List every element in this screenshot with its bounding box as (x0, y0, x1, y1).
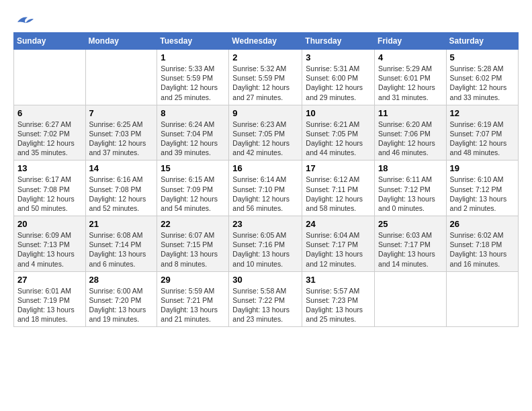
calendar-week-1: 6Sunrise: 6:27 AM Sunset: 7:02 PM Daylig… (14, 105, 519, 161)
calendar-cell: 21Sunrise: 6:08 AM Sunset: 7:14 PM Dayli… (85, 216, 157, 272)
day-number: 1 (161, 52, 225, 62)
day-info: Sunrise: 5:59 AM Sunset: 7:21 PM Dayligh… (161, 286, 225, 324)
calendar-header-row: SundayMondayTuesdayWednesdayThursdayFrid… (14, 33, 519, 50)
day-info: Sunrise: 6:02 AM Sunset: 7:18 PM Dayligh… (450, 230, 515, 269)
day-number: 16 (232, 163, 298, 173)
day-info: Sunrise: 5:57 AM Sunset: 7:23 PM Dayligh… (306, 286, 371, 324)
day-number: 11 (378, 108, 443, 118)
day-info: Sunrise: 6:23 AM Sunset: 7:05 PM Dayligh… (232, 120, 298, 158)
day-info: Sunrise: 5:58 AM Sunset: 7:22 PM Dayligh… (232, 286, 298, 324)
day-number: 14 (89, 163, 154, 173)
calendar-cell: 24Sunrise: 6:04 AM Sunset: 7:17 PM Dayli… (302, 216, 375, 272)
day-info: Sunrise: 6:10 AM Sunset: 7:12 PM Dayligh… (450, 175, 515, 213)
day-info: Sunrise: 6:21 AM Sunset: 7:05 PM Dayligh… (306, 120, 371, 158)
day-info: Sunrise: 6:03 AM Sunset: 7:17 PM Dayligh… (378, 230, 443, 269)
day-header-sunday: Sunday (14, 33, 86, 50)
day-info: Sunrise: 6:04 AM Sunset: 7:17 PM Dayligh… (306, 230, 371, 269)
day-info: Sunrise: 6:08 AM Sunset: 7:14 PM Dayligh… (89, 230, 154, 269)
day-info: Sunrise: 5:33 AM Sunset: 5:59 PM Dayligh… (161, 64, 225, 102)
day-info: Sunrise: 6:19 AM Sunset: 7:07 PM Dayligh… (450, 120, 515, 158)
day-number: 10 (306, 108, 371, 118)
calendar-cell: 7Sunrise: 6:25 AM Sunset: 7:03 PM Daylig… (85, 105, 157, 161)
calendar-cell: 18Sunrise: 6:11 AM Sunset: 7:12 PM Dayli… (375, 161, 447, 216)
calendar-cell: 16Sunrise: 6:14 AM Sunset: 7:10 PM Dayli… (229, 161, 302, 216)
day-info: Sunrise: 6:11 AM Sunset: 7:12 PM Dayligh… (378, 175, 443, 213)
day-info: Sunrise: 6:20 AM Sunset: 7:06 PM Dayligh… (378, 120, 443, 158)
calendar-week-4: 27Sunrise: 6:01 AM Sunset: 7:19 PM Dayli… (14, 271, 519, 327)
logo-icon (13, 13, 34, 27)
day-number: 20 (17, 219, 82, 229)
calendar-cell: 27Sunrise: 6:01 AM Sunset: 7:19 PM Dayli… (14, 271, 86, 327)
day-number: 8 (161, 108, 225, 118)
day-info: Sunrise: 6:14 AM Sunset: 7:10 PM Dayligh… (232, 175, 298, 213)
day-info: Sunrise: 5:29 AM Sunset: 6:01 PM Dayligh… (378, 64, 443, 102)
calendar-cell: 23Sunrise: 6:05 AM Sunset: 7:16 PM Dayli… (229, 216, 302, 272)
day-number: 27 (17, 275, 82, 285)
calendar-cell (14, 50, 86, 105)
day-number: 24 (306, 219, 371, 229)
calendar-cell: 19Sunrise: 6:10 AM Sunset: 7:12 PM Dayli… (446, 161, 518, 216)
day-number: 17 (306, 163, 371, 173)
calendar-cell (85, 50, 157, 105)
calendar-cell (375, 271, 447, 327)
calendar-week-2: 13Sunrise: 6:17 AM Sunset: 7:08 PM Dayli… (14, 161, 519, 216)
day-info: Sunrise: 6:00 AM Sunset: 7:20 PM Dayligh… (89, 286, 154, 324)
calendar-cell: 2Sunrise: 5:32 AM Sunset: 5:59 PM Daylig… (229, 50, 302, 105)
day-info: Sunrise: 6:01 AM Sunset: 7:19 PM Dayligh… (17, 286, 82, 324)
day-info: Sunrise: 6:16 AM Sunset: 7:08 PM Dayligh… (89, 175, 154, 213)
day-number: 23 (232, 219, 298, 229)
calendar-cell: 25Sunrise: 6:03 AM Sunset: 7:17 PM Dayli… (375, 216, 447, 272)
calendar-cell: 10Sunrise: 6:21 AM Sunset: 7:05 PM Dayli… (302, 105, 375, 161)
day-header-monday: Monday (85, 33, 157, 50)
day-info: Sunrise: 6:05 AM Sunset: 7:16 PM Dayligh… (232, 230, 298, 269)
calendar-cell: 31Sunrise: 5:57 AM Sunset: 7:23 PM Dayli… (302, 271, 375, 327)
day-number: 30 (232, 275, 298, 285)
day-header-friday: Friday (375, 33, 447, 50)
calendar-cell: 4Sunrise: 5:29 AM Sunset: 6:01 PM Daylig… (375, 50, 447, 105)
calendar-cell: 12Sunrise: 6:19 AM Sunset: 7:07 PM Dayli… (446, 105, 518, 161)
day-number: 12 (450, 108, 515, 118)
calendar-cell: 3Sunrise: 5:31 AM Sunset: 6:00 PM Daylig… (302, 50, 375, 105)
day-info: Sunrise: 5:28 AM Sunset: 6:02 PM Dayligh… (450, 64, 515, 102)
day-number: 18 (378, 163, 443, 173)
day-number: 9 (232, 108, 298, 118)
day-number: 7 (89, 108, 154, 118)
day-info: Sunrise: 6:12 AM Sunset: 7:11 PM Dayligh… (306, 175, 371, 213)
day-number: 22 (161, 219, 225, 229)
calendar-week-0: 1Sunrise: 5:33 AM Sunset: 5:59 PM Daylig… (14, 50, 519, 105)
calendar-cell: 28Sunrise: 6:00 AM Sunset: 7:20 PM Dayli… (85, 271, 157, 327)
calendar-cell: 8Sunrise: 6:24 AM Sunset: 7:04 PM Daylig… (157, 105, 229, 161)
calendar-cell: 22Sunrise: 6:07 AM Sunset: 7:15 PM Dayli… (157, 216, 229, 272)
calendar-cell: 13Sunrise: 6:17 AM Sunset: 7:08 PM Dayli… (14, 161, 86, 216)
calendar-cell: 9Sunrise: 6:23 AM Sunset: 7:05 PM Daylig… (229, 105, 302, 161)
day-number: 25 (378, 219, 443, 229)
calendar-cell: 5Sunrise: 5:28 AM Sunset: 6:02 PM Daylig… (446, 50, 518, 105)
day-number: 21 (89, 219, 154, 229)
day-info: Sunrise: 6:15 AM Sunset: 7:09 PM Dayligh… (161, 175, 225, 213)
day-header-tuesday: Tuesday (157, 33, 229, 50)
day-number: 29 (161, 275, 225, 285)
day-info: Sunrise: 6:17 AM Sunset: 7:08 PM Dayligh… (17, 175, 82, 213)
calendar-cell: 1Sunrise: 5:33 AM Sunset: 5:59 PM Daylig… (157, 50, 229, 105)
calendar-cell: 15Sunrise: 6:15 AM Sunset: 7:09 PM Dayli… (157, 161, 229, 216)
calendar-cell: 11Sunrise: 6:20 AM Sunset: 7:06 PM Dayli… (375, 105, 447, 161)
calendar-week-3: 20Sunrise: 6:09 AM Sunset: 7:13 PM Dayli… (14, 216, 519, 272)
calendar-cell: 29Sunrise: 5:59 AM Sunset: 7:21 PM Dayli… (157, 271, 229, 327)
day-number: 15 (161, 163, 225, 173)
day-info: Sunrise: 5:31 AM Sunset: 6:00 PM Dayligh… (306, 64, 371, 102)
calendar-cell: 30Sunrise: 5:58 AM Sunset: 7:22 PM Dayli… (229, 271, 302, 327)
day-number: 13 (17, 163, 82, 173)
day-number: 28 (89, 275, 154, 285)
calendar-cell: 6Sunrise: 6:27 AM Sunset: 7:02 PM Daylig… (14, 105, 86, 161)
day-number: 3 (306, 52, 371, 62)
day-header-saturday: Saturday (446, 33, 518, 50)
day-info: Sunrise: 6:27 AM Sunset: 7:02 PM Dayligh… (17, 120, 82, 158)
day-header-thursday: Thursday (302, 33, 375, 50)
day-number: 19 (450, 163, 515, 173)
logo (13, 13, 34, 27)
day-number: 2 (232, 52, 298, 62)
calendar-cell: 14Sunrise: 6:16 AM Sunset: 7:08 PM Dayli… (85, 161, 157, 216)
day-info: Sunrise: 5:32 AM Sunset: 5:59 PM Dayligh… (232, 64, 298, 102)
day-info: Sunrise: 6:09 AM Sunset: 7:13 PM Dayligh… (17, 230, 82, 269)
day-info: Sunrise: 6:07 AM Sunset: 7:15 PM Dayligh… (161, 230, 225, 269)
